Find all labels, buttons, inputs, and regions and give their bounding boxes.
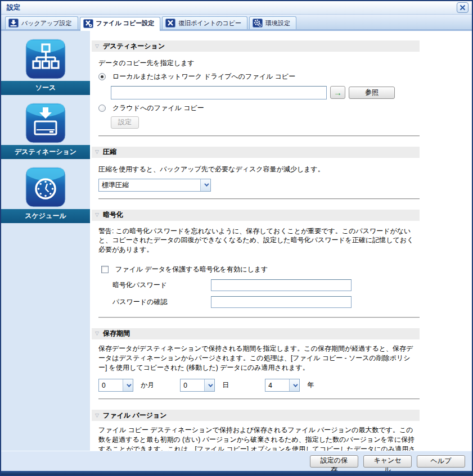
destination-intro-text: データのコピー先を指定します: [98, 58, 417, 68]
cloud-configure-button[interactable]: 設定: [111, 116, 139, 129]
destination-disk-icon: [25, 103, 66, 143]
section-title: デスティネーション: [103, 42, 165, 51]
section-header-file-version[interactable]: ▽ ファイル バージョン: [92, 410, 420, 421]
section-destination: データのコピー先を指定します ローカルまたはネットワーク ドライブへのファイル …: [92, 58, 417, 137]
file-version-description: ファイル コピー デスティネーションで保持および保存されるファイル バージョンの…: [98, 425, 417, 451]
tab-recovery-point-copy[interactable]: 復旧ポイントのコピー: [162, 16, 247, 29]
footer-bar: 設定の保存 キャンセル ヘルプ: [1, 451, 472, 471]
retention-controls-row: 0 か月 0 日 4 年: [98, 379, 417, 392]
destination-path-input[interactable]: [111, 86, 327, 99]
dropdown-arrow-button[interactable]: [204, 379, 214, 391]
dropdown-arrow-button[interactable]: [200, 179, 210, 191]
enable-encryption-label: ファイル データを保護する暗号化を有効にします: [115, 265, 268, 274]
tab-preferences[interactable]: 環境設定: [249, 16, 296, 29]
retention-days-value: 0: [181, 379, 204, 391]
backup-settings-icon: [8, 19, 19, 28]
tab-backup-settings[interactable]: バックアップ設定: [5, 16, 78, 29]
collapse-triangle-icon: ▽: [95, 331, 99, 336]
dialog-body: ソース デスティネーション: [1, 31, 472, 451]
section-divider: [98, 198, 420, 200]
tab-label: ファイル コピー設定: [96, 19, 155, 28]
section-file-version: ファイル コピー デスティネーションで保持および保存されるファイル バージョンの…: [92, 425, 417, 451]
dialog-title: 設定: [7, 3, 457, 12]
confirm-password-input[interactable]: [211, 296, 352, 308]
browse-button[interactable]: 参照: [349, 87, 395, 99]
sidebar-label-destination[interactable]: デスティネーション: [1, 145, 90, 159]
save-settings-button[interactable]: 設定の保存: [310, 455, 358, 468]
help-button[interactable]: ヘルプ: [417, 455, 465, 468]
section-divider: [98, 135, 420, 137]
section-title: ファイル バージョン: [103, 411, 167, 420]
section-header-compression[interactable]: ▽ 圧縮: [92, 147, 420, 158]
chevron-down-icon: [204, 182, 209, 186]
collapse-triangle-icon: ▽: [95, 44, 99, 49]
radio-cloud-copy-label: クラウドへのファイル コピー: [112, 103, 204, 113]
recovery-point-copy-icon: [165, 19, 175, 28]
tab-label: 復旧ポイントのコピー: [178, 19, 241, 28]
radio-button-icon[interactable]: [98, 73, 106, 80]
radio-cloud-copy[interactable]: クラウドへのファイル コピー: [98, 103, 417, 113]
encryption-password-input[interactable]: [211, 279, 352, 291]
go-arrow-button[interactable]: →: [330, 86, 345, 99]
checkbox-icon[interactable]: [101, 266, 109, 273]
years-unit-label: 年: [307, 380, 314, 390]
section-header-retention[interactable]: ▽ 保存期間: [92, 328, 420, 339]
destination-path-row: → 参照: [111, 86, 417, 99]
compression-description: 圧縮を使用すると、バックアップ先で必要なディスク容量が減少します。: [98, 165, 417, 174]
cancel-button[interactable]: キャンセル: [363, 455, 412, 468]
tab-label: 環境設定: [265, 19, 290, 28]
radio-button-icon[interactable]: [98, 105, 106, 112]
retention-months-value: 0: [99, 379, 123, 391]
days-unit-label: 日: [222, 380, 229, 390]
close-button[interactable]: [457, 2, 469, 13]
title-bar: 設定: [1, 1, 472, 15]
sidebar-label-schedule[interactable]: スケジュール: [1, 209, 90, 223]
enable-encryption-checkbox-row[interactable]: ファイル データを保護する暗号化を有効にします: [101, 265, 417, 274]
section-divider: [98, 317, 420, 318]
dropdown-arrow-button[interactable]: [123, 379, 133, 391]
source-network-icon: [25, 39, 66, 79]
tab-file-copy-settings[interactable]: ファイル コピー設定: [80, 17, 161, 31]
green-arrow-icon: →: [334, 88, 342, 97]
retention-years-value: 4: [265, 379, 289, 391]
retention-years-select[interactable]: 4: [265, 379, 300, 392]
dropdown-arrow-button[interactable]: [289, 379, 299, 391]
section-divider: [98, 398, 420, 400]
file-copy-settings-icon: [83, 19, 93, 28]
compression-selected-value: 標準圧縮: [99, 179, 200, 191]
close-icon: [460, 4, 466, 11]
collapse-triangle-icon: ▽: [95, 413, 99, 418]
radio-local-copy[interactable]: ローカルまたはネットワーク ドライブへのファイル コピー: [98, 72, 417, 81]
months-unit-label: か月: [141, 380, 154, 390]
sidebar-item-destination[interactable]: デスティネーション: [1, 103, 90, 159]
section-retention: 保存データがデスティネーションで保持される期間を指定します。この保存期間が経過す…: [92, 344, 417, 400]
sidebar-label-source[interactable]: ソース: [1, 81, 90, 95]
retention-days-select[interactable]: 0: [180, 379, 215, 392]
confirm-password-label: パスワードの確認: [112, 297, 211, 307]
section-title: 圧縮: [103, 147, 116, 157]
section-encryption: 警告: この暗号化パスワードを忘れないように、保存しておくことが重要です。このパ…: [92, 226, 417, 318]
sidebar: ソース デスティネーション: [1, 31, 90, 451]
encryption-warning-text: 警告: この暗号化パスワードを忘れないように、保存しておくことが重要です。このパ…: [98, 226, 417, 255]
tab-label: バックアップ設定: [21, 19, 72, 28]
tab-bar: バックアップ設定 ファイル コピー設定 復旧ポイントのコピー: [1, 15, 472, 31]
chevron-down-icon: [127, 382, 131, 387]
section-header-destination[interactable]: ▽ デスティネーション: [92, 40, 420, 52]
radio-local-copy-label: ローカルまたはネットワーク ドライブへのファイル コピー: [112, 72, 295, 81]
sidebar-item-schedule[interactable]: スケジュール: [1, 167, 90, 223]
compression-select[interactable]: 標準圧縮: [98, 179, 211, 192]
section-compression: 圧縮を使用すると、バックアップ先で必要なディスク容量が減少します。 標準圧縮: [92, 165, 417, 200]
sidebar-item-source[interactable]: ソース: [1, 39, 90, 95]
retention-description: 保存データがデスティネーションで保持される期間を指定します。この保存期間が経過す…: [98, 344, 417, 372]
settings-dialog: 設定 バックアップ設定: [0, 0, 473, 476]
section-title: 保存期間: [103, 329, 130, 338]
retention-months-select[interactable]: 0: [98, 379, 133, 392]
preferences-gear-icon: [253, 19, 263, 28]
schedule-clock-icon: [25, 167, 66, 207]
section-header-encryption[interactable]: ▽ 暗号化: [92, 210, 420, 221]
password-label: 暗号化パスワード: [112, 280, 211, 290]
chevron-down-icon: [208, 382, 213, 387]
file-copy-settings-panel: ▽ デスティネーション データのコピー先を指定します ローカルまたはネットワーク…: [90, 31, 472, 451]
chevron-down-icon: [293, 382, 298, 387]
collapse-triangle-icon: ▽: [95, 212, 99, 217]
